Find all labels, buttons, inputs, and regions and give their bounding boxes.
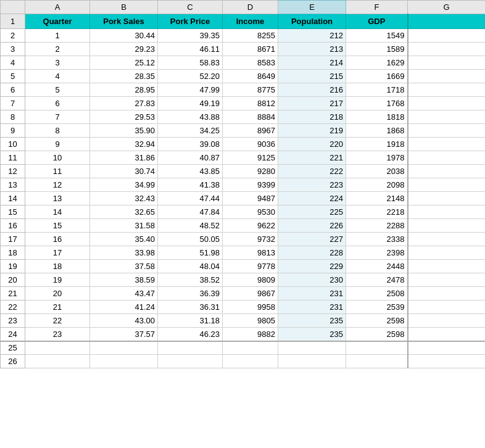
cell-pork-sales[interactable]: 29.53 [90, 110, 158, 124]
cell-pork-price[interactable]: 50.05 [158, 233, 223, 246]
cell-gdp[interactable]: 2478 [346, 273, 408, 287]
cell-income[interactable]: 9125 [223, 151, 278, 165]
col-header-E[interactable]: E [278, 1, 346, 14]
cell-pork-price[interactable]: 58.83 [158, 56, 223, 70]
cell-gdp[interactable]: 1978 [346, 151, 408, 165]
cell-income[interactable]: 9805 [223, 314, 278, 328]
cell-income[interactable]: 9813 [223, 246, 278, 260]
cell-population[interactable]: 214 [278, 56, 346, 70]
cell-gdp[interactable]: 1549 [346, 29, 408, 43]
cell-quarter[interactable]: 7 [25, 110, 90, 124]
cell-gdp[interactable]: 1818 [346, 110, 408, 124]
cell-quarter[interactable]: 21 [25, 301, 90, 314]
cell-pork-price[interactable]: 34.25 [158, 124, 223, 138]
cell-pork-price[interactable]: 41.38 [158, 178, 223, 192]
cell-gdp[interactable]: 2539 [346, 301, 408, 314]
cell-income[interactable]: 9809 [223, 273, 278, 287]
cell-pork-price[interactable]: 46.23 [158, 328, 223, 341]
cell-quarter[interactable]: 10 [25, 151, 90, 165]
cell-population[interactable]: 227 [278, 233, 346, 246]
cell-pork-price[interactable]: 48.04 [158, 260, 223, 273]
cell-quarter[interactable]: 13 [25, 192, 90, 205]
cell-gdp[interactable]: 2598 [346, 328, 408, 341]
cell-pork-price[interactable]: 39.35 [158, 29, 223, 43]
cell-gdp[interactable]: 2598 [346, 314, 408, 328]
cell-income[interactable]: 9778 [223, 260, 278, 273]
cell-pork-sales[interactable]: 25.12 [90, 56, 158, 70]
cell-gdp[interactable]: 1768 [346, 97, 408, 110]
cell-population[interactable]: 226 [278, 219, 346, 233]
cell-pork-sales[interactable]: 29.23 [90, 43, 158, 56]
cell-pork-sales[interactable]: 43.00 [90, 314, 158, 328]
cell-pork-sales[interactable]: 31.58 [90, 219, 158, 233]
cell-quarter[interactable]: 19 [25, 273, 90, 287]
cell-population[interactable]: 215 [278, 70, 346, 83]
cell-pork-sales[interactable]: 30.74 [90, 165, 158, 178]
cell-pork-price[interactable]: 49.19 [158, 97, 223, 110]
cell-gdp[interactable]: 2098 [346, 178, 408, 192]
cell-population[interactable]: 224 [278, 192, 346, 205]
cell-income[interactable]: 9732 [223, 233, 278, 246]
cell-pork-sales[interactable]: 34.99 [90, 178, 158, 192]
cell-quarter[interactable]: 3 [25, 56, 90, 70]
cell-population[interactable]: 219 [278, 124, 346, 138]
cell-quarter[interactable]: 16 [25, 233, 90, 246]
cell-gdp[interactable]: 1629 [346, 56, 408, 70]
cell-pork-price[interactable]: 40.87 [158, 151, 223, 165]
cell-pork-price[interactable]: 47.84 [158, 205, 223, 219]
cell-quarter[interactable]: 22 [25, 314, 90, 328]
cell-income[interactable]: 9487 [223, 192, 278, 205]
cell-population[interactable]: 213 [278, 43, 346, 56]
cell-pork-sales[interactable]: 30.44 [90, 29, 158, 43]
cell-population[interactable]: 222 [278, 165, 346, 178]
cell-population[interactable]: 217 [278, 97, 346, 110]
cell-gdp[interactable]: 2448 [346, 260, 408, 273]
cell-gdp[interactable]: 1718 [346, 83, 408, 97]
cell-quarter[interactable]: 17 [25, 246, 90, 260]
col-header-B[interactable]: B [90, 1, 158, 14]
cell-gdp[interactable]: 2288 [346, 219, 408, 233]
cell-income[interactable]: 8775 [223, 83, 278, 97]
cell-pork-sales[interactable]: 41.24 [90, 301, 158, 314]
col-header-F[interactable]: F [346, 1, 408, 14]
cell-pork-sales[interactable]: 31.86 [90, 151, 158, 165]
cell-gdp[interactable]: 1918 [346, 138, 408, 151]
cell-pork-price[interactable]: 52.20 [158, 70, 223, 83]
cell-income[interactable]: 9399 [223, 178, 278, 192]
cell-quarter[interactable]: 11 [25, 165, 90, 178]
cell-quarter[interactable]: 23 [25, 328, 90, 341]
cell-income[interactable]: 8884 [223, 110, 278, 124]
cell-pork-sales[interactable]: 32.65 [90, 205, 158, 219]
cell-income[interactable]: 9958 [223, 301, 278, 314]
cell-population[interactable]: 231 [278, 301, 346, 314]
cell-gdp[interactable]: 1868 [346, 124, 408, 138]
col-header-G[interactable]: G [408, 1, 486, 14]
cell-pork-sales[interactable]: 38.59 [90, 273, 158, 287]
cell-population[interactable]: 231 [278, 287, 346, 301]
cell-quarter[interactable]: 18 [25, 260, 90, 273]
cell-pork-price[interactable]: 39.08 [158, 138, 223, 151]
cell-income[interactable]: 9867 [223, 287, 278, 301]
cell-population[interactable]: 230 [278, 273, 346, 287]
cell-quarter[interactable]: 8 [25, 124, 90, 138]
cell-quarter[interactable]: 15 [25, 219, 90, 233]
cell-population[interactable]: 223 [278, 178, 346, 192]
cell-gdp[interactable]: 2038 [346, 165, 408, 178]
cell-pork-price[interactable]: 47.44 [158, 192, 223, 205]
cell-pork-price[interactable]: 48.52 [158, 219, 223, 233]
cell-pork-sales[interactable]: 35.40 [90, 233, 158, 246]
cell-quarter[interactable]: 20 [25, 287, 90, 301]
cell-population[interactable]: 212 [278, 29, 346, 43]
cell-income[interactable]: 9036 [223, 138, 278, 151]
cell-income[interactable]: 9530 [223, 205, 278, 219]
cell-pork-price[interactable]: 43.88 [158, 110, 223, 124]
cell-pork-sales[interactable]: 28.95 [90, 83, 158, 97]
col-header-C[interactable]: C [158, 1, 223, 14]
cell-population[interactable]: 218 [278, 110, 346, 124]
cell-income[interactable]: 8649 [223, 70, 278, 83]
cell-gdp[interactable]: 1589 [346, 43, 408, 56]
cell-pork-price[interactable]: 36.39 [158, 287, 223, 301]
cell-quarter[interactable]: 4 [25, 70, 90, 83]
cell-population[interactable]: 216 [278, 83, 346, 97]
cell-income[interactable]: 9280 [223, 165, 278, 178]
